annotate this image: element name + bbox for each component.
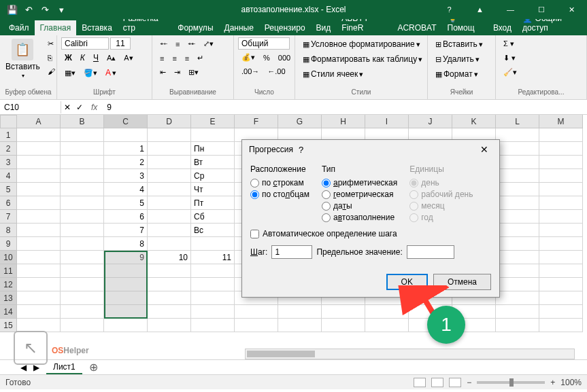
auto-step-checkbox[interactable]: Автоматическое определение шага (250, 229, 491, 238)
cell[interactable] (148, 237, 191, 251)
format-painter-icon[interactable]: 🖌 (44, 65, 58, 77)
cell[interactable] (61, 196, 104, 210)
italic-button[interactable]: К (77, 51, 88, 65)
cell[interactable]: 8 (104, 237, 148, 251)
view-break-icon[interactable] (449, 378, 461, 387)
inc-decimal-icon[interactable]: .00→ (238, 65, 263, 77)
col-header[interactable]: E (191, 115, 235, 128)
cell[interactable] (61, 183, 104, 196)
percent-icon[interactable]: % (260, 52, 273, 64)
cell[interactable] (61, 142, 104, 156)
cell[interactable] (539, 278, 583, 291)
limit-input[interactable] (407, 245, 454, 259)
cell[interactable] (17, 142, 61, 156)
cell[interactable]: Вс (191, 224, 235, 237)
orientation-icon[interactable]: ⤢▾ (200, 37, 217, 50)
qat-more-icon[interactable]: ▾ (56, 4, 67, 15)
cell[interactable] (539, 237, 583, 251)
cancel-button[interactable]: Отмена (433, 274, 491, 290)
cell[interactable] (17, 128, 61, 142)
fill-icon[interactable]: ⬇ ▾ (500, 52, 519, 65)
underline-button[interactable]: Ч (90, 51, 102, 65)
cell[interactable] (17, 264, 61, 278)
col-header[interactable]: K (452, 115, 496, 128)
cell[interactable] (148, 278, 191, 291)
autosum-icon[interactable]: Σ ▾ (500, 37, 518, 50)
tab-data[interactable]: Данные (219, 20, 259, 35)
row-header[interactable]: 2 (0, 142, 17, 156)
radio-cols[interactable]: по столбцам (250, 190, 309, 199)
cell[interactable]: Ср (191, 169, 235, 183)
radio-geometric[interactable]: геометрическая (322, 190, 397, 199)
cell[interactable]: Пн (191, 142, 235, 156)
paste-button[interactable]: 📋 Вставить▾ (4, 37, 41, 88)
cell[interactable]: 3 (104, 169, 148, 183)
cell[interactable] (496, 142, 539, 156)
col-header[interactable]: L (496, 115, 539, 128)
cell[interactable] (148, 142, 191, 156)
row-header[interactable]: 9 (0, 237, 17, 251)
cell[interactable] (496, 196, 539, 210)
minimize-icon[interactable]: — (495, 0, 526, 19)
cell[interactable]: Чт (191, 183, 235, 196)
cell[interactable] (235, 305, 278, 319)
formula-input[interactable]: 9 (103, 101, 587, 113)
cut-icon[interactable]: ✂ (44, 37, 58, 50)
dec-decimal-icon[interactable]: ←.00 (264, 65, 288, 77)
cell[interactable] (539, 169, 583, 183)
cell[interactable]: 6 (104, 210, 148, 224)
tab-formulas[interactable]: Формулы (172, 20, 218, 35)
row-header[interactable]: 15 (0, 319, 17, 332)
cell[interactable] (17, 183, 61, 196)
col-header[interactable]: B (61, 115, 104, 128)
cell[interactable] (365, 305, 409, 319)
indent-dec-icon[interactable]: ⇤ (156, 66, 169, 79)
cell[interactable]: Сб (191, 210, 235, 224)
cell[interactable]: 1 (104, 142, 148, 156)
cell[interactable] (539, 183, 583, 196)
font-size-combo[interactable] (110, 37, 131, 50)
cell[interactable] (539, 142, 583, 156)
fill-color-icon[interactable]: 🪣▾ (80, 67, 101, 79)
merge-icon[interactable]: ⊞▾ (185, 66, 202, 79)
insert-cells-button[interactable]: ⊞ Вставить ▾ (432, 37, 491, 51)
cell[interactable] (496, 224, 539, 237)
new-sheet-icon[interactable]: ⊕ (89, 361, 98, 374)
cell[interactable] (539, 196, 583, 210)
copy-icon[interactable]: ⎘ (44, 52, 58, 64)
row-header[interactable]: 3 (0, 156, 17, 169)
cell[interactable] (17, 156, 61, 169)
cell[interactable] (148, 264, 191, 278)
zoom-slider[interactable] (477, 381, 545, 384)
cell[interactable]: Вт (191, 156, 235, 169)
row-header[interactable]: 10 (0, 251, 17, 264)
cell-styles-button[interactable]: ▦ Стили ячеек ▾ (299, 67, 423, 81)
cell[interactable] (148, 319, 191, 332)
cell[interactable] (539, 128, 583, 142)
select-all-corner[interactable] (0, 115, 17, 128)
cell[interactable]: 9 (104, 251, 148, 264)
cell[interactable] (148, 196, 191, 210)
cell[interactable] (322, 305, 365, 319)
cell[interactable] (61, 169, 104, 183)
ok-button[interactable]: OK (386, 274, 428, 290)
cell[interactable] (496, 251, 539, 264)
cell[interactable] (191, 237, 235, 251)
cell[interactable] (104, 264, 148, 278)
cell[interactable] (104, 128, 148, 142)
cell[interactable] (148, 169, 191, 183)
cell[interactable] (539, 319, 583, 332)
cell[interactable] (496, 319, 539, 332)
cell[interactable]: 10 (148, 251, 191, 264)
tab-acrobat[interactable]: ACROBAT (392, 20, 441, 35)
cell[interactable] (278, 319, 322, 332)
cell[interactable] (322, 319, 365, 332)
comma-icon[interactable]: 000 (275, 52, 294, 64)
align-center-icon[interactable]: ≡ (169, 52, 180, 65)
cell[interactable] (539, 291, 583, 305)
cell[interactable] (148, 128, 191, 142)
cell[interactable] (61, 291, 104, 305)
cell[interactable] (148, 156, 191, 169)
tab-login[interactable]: Вход (488, 20, 517, 35)
row-header[interactable]: 1 (0, 128, 17, 142)
